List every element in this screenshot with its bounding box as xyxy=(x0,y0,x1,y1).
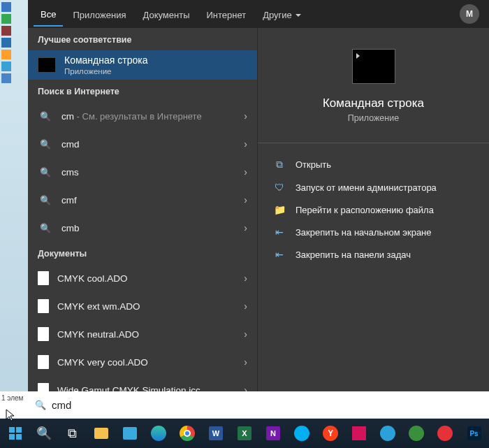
search-icon: 🔍 xyxy=(38,223,53,233)
tab-bar: Все Приложения Документы Интернет Другие… xyxy=(28,0,489,28)
search-bar[interactable]: 🔍 xyxy=(28,391,489,418)
search-icon: 🔍 xyxy=(38,167,53,178)
search-icon: 🔍 xyxy=(35,400,46,410)
photoshop-icon[interactable]: Ps xyxy=(462,421,486,446)
action-open-location[interactable]: 📁 Перейти к расположению файла xyxy=(272,198,475,221)
web-item[interactable]: 🔍 cmf › xyxy=(28,186,257,214)
file-icon xyxy=(38,327,49,341)
chevron-right-icon: › xyxy=(244,138,247,150)
adobe-icon[interactable] xyxy=(347,421,372,446)
svg-rect-1 xyxy=(16,427,22,433)
best-match-title: Командная строка xyxy=(64,55,147,66)
doc-item[interactable]: CMYK cool.ADO › xyxy=(28,264,257,292)
onenote-icon[interactable]: N xyxy=(261,421,286,446)
divider xyxy=(258,143,489,143)
web-item[interactable]: 🔍 cmd › xyxy=(28,130,257,158)
web-item[interactable]: 🔍 cmb › xyxy=(28,214,257,242)
explorer-icon[interactable] xyxy=(89,421,113,446)
preview-cmd-icon xyxy=(352,49,395,84)
doc-item[interactable]: Wide Gamut CMYK Simulation.icc › xyxy=(28,376,257,391)
best-match-sub: Приложение xyxy=(64,67,147,75)
chevron-right-icon: › xyxy=(244,166,247,178)
word-icon[interactable]: W xyxy=(203,421,228,446)
section-documents: Документы xyxy=(28,242,257,264)
chevron-right-icon: › xyxy=(244,301,247,312)
cursor-icon xyxy=(6,409,15,421)
store-icon[interactable] xyxy=(117,421,142,446)
search-input[interactable] xyxy=(52,399,482,411)
web-item[interactable]: 🔍 cm - См. результаты в Интернете › xyxy=(28,102,257,130)
chevron-right-icon: › xyxy=(244,194,247,205)
preview-title: Командная строка xyxy=(272,96,475,110)
action-pin-start[interactable]: ⇤ Закрепить на начальном экране xyxy=(272,221,475,243)
telegram-icon[interactable] xyxy=(376,421,400,446)
svg-rect-0 xyxy=(9,427,15,433)
section-best-match: Лучшее соответствие xyxy=(28,28,257,50)
search-icon: 🔍 xyxy=(38,195,53,205)
results-list: Лучшее соответствие Командная строка При… xyxy=(28,28,257,391)
chevron-right-icon: › xyxy=(244,384,247,391)
search-icon: 🔍 xyxy=(38,139,53,150)
file-icon xyxy=(38,271,49,285)
app-green-icon[interactable] xyxy=(404,421,429,446)
taskbar: 🔍 ⧉ W X N Y Ps xyxy=(0,419,489,448)
pin-icon: ⇤ xyxy=(273,249,286,260)
doc-item[interactable]: CMYK neutral.ADO › xyxy=(28,320,257,348)
preview-sub: Приложение xyxy=(272,113,475,123)
start-button[interactable] xyxy=(3,421,27,446)
chevron-right-icon: › xyxy=(244,110,247,122)
excel-icon[interactable]: X xyxy=(233,421,257,446)
pin-icon: ⇤ xyxy=(273,226,286,238)
file-icon xyxy=(38,355,49,369)
chrome-icon[interactable] xyxy=(175,421,199,446)
web-item[interactable]: 🔍 cms › xyxy=(28,158,257,186)
svg-rect-3 xyxy=(16,434,22,440)
svg-rect-2 xyxy=(9,434,15,440)
admin-icon: 🛡 xyxy=(273,182,286,193)
open-icon: ⧉ xyxy=(273,159,286,171)
opera-icon[interactable] xyxy=(433,421,458,446)
chevron-right-icon: › xyxy=(244,356,247,368)
folder-icon: 📁 xyxy=(273,204,286,215)
doc-item[interactable]: CMYK ext wm.ADO › xyxy=(28,292,257,320)
search-icon: 🔍 xyxy=(38,111,53,122)
best-match-item[interactable]: Командная строка Приложение xyxy=(28,50,257,80)
tab-internet[interactable]: Интернет xyxy=(199,3,253,26)
chevron-right-icon: › xyxy=(244,273,247,284)
tab-all[interactable]: Все xyxy=(34,2,63,27)
action-run-admin[interactable]: 🛡 Запуск от имени администратора xyxy=(272,176,475,198)
cmd-icon xyxy=(38,57,56,73)
tab-documents[interactable]: Документы xyxy=(136,3,196,26)
skype-icon[interactable] xyxy=(290,421,314,446)
chevron-right-icon: › xyxy=(244,328,247,340)
search-panel: Все Приложения Документы Интернет Другие… xyxy=(28,0,489,391)
chevron-right-icon: › xyxy=(244,222,247,233)
tab-apps[interactable]: Приложения xyxy=(66,3,133,26)
file-icon xyxy=(38,383,49,391)
section-web: Поиск в Интернете xyxy=(28,80,257,102)
tab-more[interactable]: Другие xyxy=(256,3,308,26)
preview-pane: Командная строка Приложение ⧉ Открыть 🛡 … xyxy=(257,28,489,391)
doc-item[interactable]: CMYK very cool.ADO › xyxy=(28,348,257,376)
yandex-icon[interactable]: Y xyxy=(319,421,343,446)
action-pin-taskbar[interactable]: ⇤ Закрепить на панели задач xyxy=(272,243,475,266)
taskbar-search-icon[interactable]: 🔍 xyxy=(31,421,56,446)
desktop-edge xyxy=(0,0,28,417)
edge-icon[interactable] xyxy=(146,421,170,446)
avatar[interactable]: М xyxy=(460,4,479,24)
taskview-icon[interactable]: ⧉ xyxy=(60,421,85,446)
action-open[interactable]: ⧉ Открыть xyxy=(272,153,475,176)
file-icon xyxy=(38,299,49,313)
